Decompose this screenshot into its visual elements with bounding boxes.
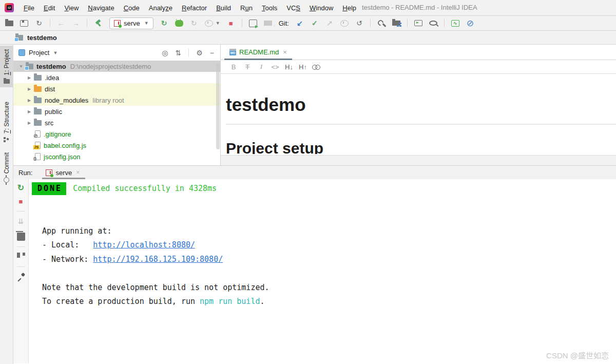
sidebar-item-structure[interactable]: 7: Structure xyxy=(0,98,13,146)
project-folder-icon xyxy=(15,35,23,41)
locate-file-icon[interactable]: ◎ xyxy=(162,49,168,57)
tab-readme[interactable]: README.md × xyxy=(224,44,292,60)
bold-icon[interactable]: B xyxy=(229,63,238,71)
menu-item-code[interactable]: Code xyxy=(119,3,144,13)
console-output[interactable]: DONECompiled successfully in 4328ms App … xyxy=(29,179,616,363)
npm-run-icon xyxy=(46,169,52,176)
pin-tab-icon[interactable] xyxy=(17,273,25,281)
inspections-off-icon[interactable]: ⊘ xyxy=(466,18,474,28)
project-scrollbar[interactable] xyxy=(216,63,220,149)
chevron-down-icon[interactable]: ▼ xyxy=(216,21,220,26)
stop-icon[interactable]: ■ xyxy=(227,18,235,28)
save-all-icon[interactable] xyxy=(20,20,28,27)
git-update-icon[interactable]: ↙ xyxy=(296,18,304,28)
header-level-down-icon[interactable]: H↓ xyxy=(284,63,294,71)
folder-icon xyxy=(34,75,42,81)
open-project-icon[interactable] xyxy=(5,21,13,26)
teamcity-icon[interactable]: ∿ xyxy=(451,20,459,27)
forward-icon[interactable]: → xyxy=(72,18,80,28)
menu-item-window[interactable]: Window xyxy=(305,3,338,13)
settings-wrench-icon[interactable] xyxy=(377,20,386,27)
coverage-icon[interactable]: ↻ xyxy=(190,18,198,28)
menu-item-view[interactable]: View xyxy=(60,3,83,13)
link-icon[interactable] xyxy=(312,65,321,69)
menu-item-refactor[interactable]: Refactor xyxy=(177,3,211,13)
tree-row-node-modules[interactable]: ▶node_moduleslibrary root xyxy=(13,94,220,106)
strikethrough-icon[interactable]: T xyxy=(243,63,252,71)
git-history-icon[interactable] xyxy=(340,20,349,27)
tree-row-babel-config-js[interactable]: JSbabel.config.js xyxy=(13,140,220,151)
commit-tool-icon xyxy=(4,177,9,183)
chevron-right-icon[interactable]: ▶ xyxy=(26,121,33,125)
run-config-select[interactable]: serve▼ xyxy=(109,17,153,29)
stop-icon[interactable]: ■ xyxy=(17,197,25,205)
chevron-right-icon[interactable]: ▶ xyxy=(26,87,33,91)
scroll-to-end-icon[interactable]: ⇊ xyxy=(17,217,25,225)
menu-item-help[interactable]: Help xyxy=(338,3,361,13)
sync-icon[interactable]: ↻ xyxy=(35,18,43,28)
tree-row--gitignore[interactable]: ⊘.gitignore xyxy=(13,128,220,140)
menu-item-vcs[interactable]: VCS xyxy=(282,3,305,13)
sync-settings-icon[interactable] xyxy=(264,21,272,26)
search-everywhere-icon[interactable] xyxy=(429,21,437,26)
tree-row-jsconfig-json[interactable]: {}jsconfig.json xyxy=(13,151,220,162)
chevron-down-icon[interactable]: ▼ xyxy=(17,64,25,69)
debug-icon[interactable] xyxy=(175,20,183,27)
menu-item-build[interactable]: Build xyxy=(211,3,236,13)
attach-device-icon[interactable] xyxy=(249,20,257,27)
breadcrumb[interactable]: testdemo xyxy=(0,31,616,45)
chevron-right-icon[interactable]: ▶ xyxy=(26,109,33,114)
restore-layout-icon[interactable] xyxy=(17,253,25,261)
run-window-icon[interactable] xyxy=(414,20,422,26)
sidebar-item-commit[interactable]: Commit xyxy=(0,149,13,186)
close-icon[interactable]: × xyxy=(76,169,80,176)
tree-row-public[interactable]: ▶public xyxy=(13,106,220,117)
folder-icon xyxy=(34,120,42,126)
git-rollback-icon[interactable]: ↺ xyxy=(355,18,363,28)
clear-all-icon[interactable] xyxy=(17,233,25,241)
tree-row-src[interactable]: ▶src xyxy=(13,117,220,128)
folder-icon xyxy=(34,98,42,103)
hide-panel-icon[interactable]: − xyxy=(210,49,214,57)
menu-item-navigate[interactable]: Navigate xyxy=(83,3,119,13)
chevron-right-icon[interactable]: ▶ xyxy=(26,75,33,80)
menu-item-edit[interactable]: Edit xyxy=(39,3,60,13)
profiler-icon[interactable] xyxy=(205,20,213,27)
chevron-right-icon[interactable]: ▶ xyxy=(26,98,33,103)
chevron-down-icon[interactable]: ▼ xyxy=(53,50,57,55)
sidebar-item-project[interactable]: 1: Project xyxy=(0,46,13,87)
close-icon[interactable]: × xyxy=(283,48,287,56)
menu-item-tools[interactable]: Tools xyxy=(257,3,282,13)
collapse-all-icon[interactable]: ⇅ xyxy=(176,49,182,57)
build-hammer-icon[interactable] xyxy=(94,19,103,27)
editor-tab-bar: README.md × xyxy=(221,45,616,60)
settings-gear-icon[interactable]: ⚙ xyxy=(196,49,203,57)
rerun-icon[interactable]: ↻ xyxy=(160,18,168,28)
tree-row--idea[interactable]: ▶.idea xyxy=(13,72,220,83)
rerun-icon[interactable]: ↻ xyxy=(17,183,25,191)
file-ignore-icon: ⊘ xyxy=(35,130,41,138)
project-panel-header-icons: ◎⇅⚙− xyxy=(162,49,214,57)
console-link[interactable]: http://localhost:8080/ xyxy=(93,240,195,250)
back-icon[interactable]: ← xyxy=(57,18,65,28)
header-level-up-icon[interactable]: H↑ xyxy=(298,63,307,71)
console-link[interactable]: http://192.168.125.109:8080/ xyxy=(93,255,223,264)
menu-item-analyze[interactable]: Analyze xyxy=(144,3,177,13)
menu-item-file[interactable]: File xyxy=(19,3,39,13)
run-tab-serve[interactable]: serve × xyxy=(44,166,82,179)
tree-row-testdemo[interactable]: ▼testdemoD:\nodejsprojects\testdemo xyxy=(13,61,220,72)
tree-row-dist[interactable]: ▶dist xyxy=(13,83,220,94)
readme-subtitle: Project setup xyxy=(226,140,323,154)
project-panel-title[interactable]: Project xyxy=(29,49,49,56)
menu-item-run[interactable]: Run xyxy=(236,3,257,13)
editor-content[interactable]: testdemo Project setup xyxy=(221,74,616,154)
italic-icon[interactable]: I xyxy=(257,63,266,71)
inline-code-icon[interactable]: <> xyxy=(271,63,280,71)
git-commit-icon[interactable]: ✓ xyxy=(311,18,319,28)
tree-label: .gitignore xyxy=(44,130,71,138)
git-push-icon[interactable]: ↗ xyxy=(325,18,334,28)
console-text: - Network: xyxy=(42,255,93,264)
project-structure-icon[interactable] xyxy=(392,21,400,26)
console-line: - Network: http://192.168.125.109:8080/ xyxy=(42,253,616,267)
console-text: npm run build xyxy=(200,297,260,306)
